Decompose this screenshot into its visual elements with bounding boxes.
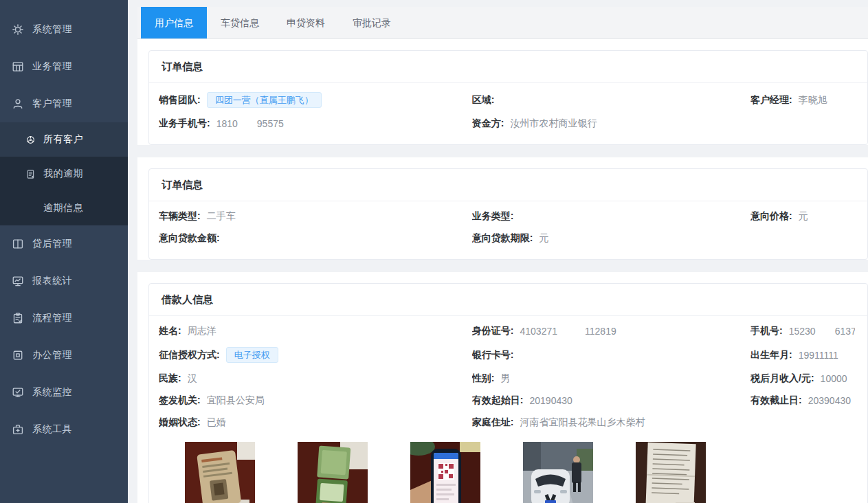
redaction-box (238, 120, 257, 129)
card-title: 借款人信息 (149, 284, 867, 316)
sidebar-item-all-customers[interactable]: 所有客户 (0, 122, 128, 157)
monitor-check-icon (12, 386, 24, 399)
sidebar-menu: 系统管理 业务管理 客户管理 所有客户 我的逾期 逾期信息 贷后管理 报表统计 (0, 0, 128, 503)
sidebar-item-process-management[interactable]: 流程管理 (0, 300, 128, 337)
chevron-up-icon (110, 100, 118, 108)
card-body: 销售团队:四团一营（直属王鹏飞） 区域: 客户经理:李晓旭 业务手机号:1810… (149, 83, 867, 144)
sidebar-item-report-statistics[interactable]: 报表统计 (0, 262, 128, 300)
field-marital-status: 婚姻状态:已婚 (159, 416, 472, 429)
sidebar-item-post-loan-management[interactable]: 贷后管理 (0, 225, 128, 262)
field-home-address: 家庭住址:河南省宜阳县花果山乡木柴村 (472, 416, 750, 429)
field-issuing-authority: 签发机关:宜阳县公安局 (159, 394, 472, 407)
field-mobile-label: 手机号: (750, 325, 783, 337)
sidebar-item-my-overdue[interactable]: 我的逾期 (0, 157, 128, 191)
sidebar-item-overdue-info[interactable]: 逾期信息 (0, 191, 128, 225)
sidebar-item-label: 我的逾期 (43, 168, 118, 180)
photo-person-with-car-thumbnail[interactable] (523, 442, 593, 503)
field-mobile-value: 152306137 (789, 326, 855, 337)
field-credit-auth-method-tag: 电子授权 (226, 347, 278, 363)
photo-document-thumbnail[interactable] (636, 442, 706, 503)
field-intended-loan-term-label: 意向贷款期限: (472, 232, 533, 245)
field-home-address-value: 河南省宜阳县花果山乡木柴村 (520, 416, 645, 429)
chevron-down-icon (110, 277, 118, 285)
chevron-down-icon (110, 240, 118, 248)
sidebar-item-office-management[interactable]: 办公管理 (0, 337, 128, 374)
photo-green-booklet[interactable]: 驾驶证照片 (298, 442, 368, 503)
field-intended-price: 意向价格:元 (750, 210, 855, 223)
field-sales-team-label: 销售团队: (159, 94, 201, 107)
field-business-phone-label: 业务手机号: (159, 118, 210, 130)
redaction-box (816, 328, 835, 337)
field-business-type: 业务类型: (472, 210, 750, 223)
field-name-label: 姓名: (159, 325, 181, 337)
field-intended-price-label: 意向价格: (750, 210, 792, 223)
chevron-down-icon (110, 25, 118, 34)
tab-label: 用户信息 (155, 17, 193, 28)
field-vehicle-type-value: 二手车 (207, 210, 236, 223)
sidebar-item-business-management[interactable]: 业务管理 (0, 48, 128, 85)
chevron-down-icon (110, 351, 118, 359)
sidebar-item-system-management[interactable]: 系统管理 (0, 11, 128, 48)
field-intended-price-value: 元 (799, 210, 808, 223)
wheel-icon (25, 135, 36, 145)
tab-user-info[interactable]: 用户信息 (141, 7, 207, 38)
sidebar-item-customer-management[interactable]: 客户管理 (0, 85, 128, 122)
sidebar-item-system-tools[interactable]: 系统工具 (0, 411, 128, 448)
toolbox-icon (12, 423, 24, 436)
field-sales-team-tag[interactable]: 四团一营（直属王鹏飞） (207, 92, 322, 108)
chevron-down-icon (110, 314, 118, 322)
sidebar-item-label: 所有客户 (43, 133, 118, 146)
photo-id-card-thumbnail[interactable] (185, 442, 255, 503)
field-row: 签发机关:宜阳县公安局 有效起始日:20190430 有效截止日:2039043… (159, 390, 855, 412)
field-gender: 性别:男 (472, 372, 750, 385)
field-ethnicity: 民族:汉 (159, 372, 472, 385)
field-funder-label: 资金方: (472, 118, 504, 130)
tab-car-loan-info[interactable]: 车贷信息 (207, 7, 273, 38)
field-region: 区域: (472, 94, 750, 107)
field-marital-status-label: 婚姻状态: (159, 416, 201, 429)
field-funder: 资金方:汝州市农村商业银行 (472, 118, 750, 130)
card-2: 借款人信息 姓名:周志洋 身份证号:4103271112819 手机号:1523… (148, 283, 868, 503)
app-root: 系统管理 业务管理 客户管理 所有客户 我的逾期 逾期信息 贷后管理 报表统计 (0, 0, 868, 503)
field-business-phone: 业务手机号:181095575 (159, 118, 472, 130)
field-birth-date-label: 出生年月: (750, 349, 792, 361)
field-account-manager-label: 客户经理: (750, 94, 792, 107)
field-mobile: 手机号:152306137 (750, 325, 855, 337)
field-bank-card-number: 银行卡号: (472, 349, 750, 361)
tab-loan-application-docs[interactable]: 申贷资料 (273, 7, 339, 38)
sidebar-item-label: 办公管理 (32, 349, 110, 361)
sidebar-item-label: 系统工具 (32, 423, 110, 436)
photo-document[interactable]: 其他材料 (636, 442, 706, 503)
chevron-down-icon (110, 425, 118, 434)
field-credit-auth-method: 征信授权方式:电子授权 (159, 347, 472, 363)
sidebar-item-label: 逾期信息 (43, 202, 118, 214)
field-birth-date-value: 19911111 (799, 350, 838, 361)
monitor-icon (12, 275, 24, 287)
field-id-number-value: 4103271112819 (520, 326, 616, 337)
main-area: 用户信息 车贷信息 申贷资料 审批记录 订单信息 销售团队:四团一营（直属王鹏飞… (128, 0, 868, 503)
field-name: 姓名:周志洋 (159, 325, 472, 337)
field-account-manager-value: 李晓旭 (799, 94, 827, 107)
photo-phone-qr[interactable]: 授权截图 (410, 442, 480, 503)
photo-person-with-car[interactable]: 人车照 (523, 442, 593, 503)
tab-approval-records[interactable]: 审批记录 (339, 7, 405, 38)
field-valid-from-value: 20190430 (530, 395, 572, 406)
card-body: 车辆类型:二手车 业务类型: 意向价格:元 意向贷款金额: 意向贷款期限:元 (149, 201, 867, 259)
gear-icon (12, 23, 24, 36)
chevron-down-icon (110, 63, 118, 71)
field-vehicle-type: 车辆类型:二手车 (159, 210, 472, 223)
photo-id-card[interactable]: 身份证 (185, 442, 255, 503)
tab-content: 订单信息 销售团队:四团一营（直属王鹏飞） 区域: 客户经理:李晓旭 业务手机号… (137, 39, 868, 503)
field-row: 婚姻状态:已婚 家庭住址:河南省宜阳县花果山乡木柴村 (159, 412, 855, 434)
field-intended-loan-term: 意向贷款期限:元 (472, 232, 750, 245)
tab-label: 车贷信息 (221, 17, 259, 28)
field-issuing-authority-label: 签发机关: (159, 394, 201, 407)
photo-phone-qr-thumbnail[interactable] (410, 442, 480, 503)
sidebar-item-label: 系统监控 (32, 386, 110, 399)
content-panel: 用户信息 车贷信息 申贷资料 审批记录 订单信息 销售团队:四团一营（直属王鹏飞… (137, 7, 868, 503)
sidebar-item-system-monitor[interactable]: 系统监控 (0, 374, 128, 411)
field-intended-loan-amount-label: 意向贷款金额: (159, 232, 220, 245)
field-funder-value: 汝州市农村商业银行 (511, 118, 597, 130)
card-0: 订单信息 销售团队:四团一营（直属王鹏飞） 区域: 客户经理:李晓旭 业务手机号… (148, 50, 868, 145)
photo-green-booklet-thumbnail[interactable] (298, 442, 368, 503)
